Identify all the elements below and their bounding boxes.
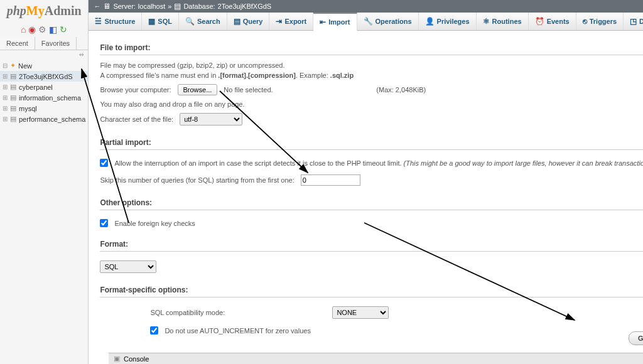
tab-export[interactable]: ⇥Export — [269, 13, 313, 30]
recent-tab[interactable]: Recent — [0, 37, 35, 50]
main-panel: ← 🖥 Server: localhost » ▤ Database: 2Toe… — [89, 0, 643, 364]
expand-icon: ⊞ — [3, 105, 8, 112]
no-autoinc-checkbox[interactable] — [150, 326, 158, 335]
format-select[interactable]: SQL — [100, 260, 156, 273]
export-icon: ⇥ — [276, 17, 282, 26]
tab-bar: ☱Structure ▦SQL 🔍Search ▤Query ⇥Export ⇤… — [89, 13, 643, 31]
enable-fk-checkbox[interactable] — [100, 219, 108, 227]
database-icon: ▤ — [10, 72, 16, 80]
expand-icon: ⊞ — [3, 83, 8, 90]
tree-db[interactable]: ⊞ ▤ mysql — [0, 103, 88, 114]
content-area: File to import: File may be compressed (… — [89, 31, 643, 364]
tree-db[interactable]: ⊞ ▤ cyberpanel — [0, 82, 88, 92]
database-icon: ▤ — [10, 83, 16, 91]
home-icon[interactable]: ⌂ — [21, 24, 26, 35]
triggers-icon: ⎋ — [583, 17, 587, 26]
browse-button[interactable]: Browse... — [178, 84, 218, 95]
expand-icon: ⊞ — [3, 94, 8, 101]
enable-fk-label: Enable foreign key checks — [114, 220, 195, 227]
section-partial-import: Partial import: — [100, 129, 643, 150]
expand-icon: ⊞ — [3, 115, 8, 122]
tab-events[interactable]: ⏰Events — [529, 13, 576, 30]
tab-designer[interactable]: ◳Designer — [624, 13, 643, 30]
structure-icon: ☱ — [95, 17, 102, 26]
query-icon: ▤ — [234, 17, 240, 26]
database-icon: ▤ — [10, 115, 16, 123]
settings-icon[interactable]: ⚙ — [38, 24, 46, 35]
allow-interrupt-checkbox[interactable] — [100, 159, 108, 167]
tab-triggers[interactable]: ⎋Triggers — [576, 13, 624, 30]
tab-structure[interactable]: ☱Structure — [89, 13, 142, 30]
tab-routines[interactable]: ⚛Routines — [477, 13, 529, 30]
compress-note: File may be compressed (gzip, bzip2, zip… — [100, 60, 643, 70]
collapse-icon[interactable]: ⇔ — [0, 50, 88, 59]
browse-label: Browse your computer: — [100, 86, 171, 94]
console-bar[interactable]: ▣ Console — [109, 353, 643, 364]
sidebar: phpMyAdmin ⌂ ◉ ⚙ ◧ ↻ Recent Favorites ⇔ … — [0, 0, 89, 364]
tree-db[interactable]: ⊞ ▤ performance_schema — [0, 114, 88, 124]
new-db[interactable]: ⊟ ✦ New — [0, 60, 88, 71]
database-icon: ▤ — [10, 104, 16, 112]
skip-queries-input[interactable] — [301, 174, 360, 186]
privileges-icon: 👤 — [425, 17, 435, 26]
expand-icon: ⊞ — [3, 73, 8, 80]
tab-search[interactable]: 🔍Search — [179, 13, 227, 30]
import-icon: ⇤ — [320, 18, 326, 26]
logout-icon[interactable]: ◉ — [28, 24, 36, 35]
database-icon: ▤ — [10, 94, 16, 102]
tree-db-selected[interactable]: ⊞ ▤ 2Toe3ujKBfXGdS — [0, 71, 88, 82]
section-file-to-import: File to import: — [100, 35, 643, 55]
expand-icon: ⊟ — [3, 62, 8, 69]
docs-icon[interactable]: ◧ — [49, 24, 57, 35]
compat-select[interactable]: NONE — [332, 306, 389, 319]
tab-import[interactable]: ⇤Import — [313, 13, 357, 31]
reload-icon[interactable]: ↻ — [60, 24, 67, 35]
tab-privileges[interactable]: 👤Privileges — [419, 13, 477, 30]
charset-label: Character set of the file: — [100, 115, 173, 123]
operations-icon: 🔧 — [364, 17, 373, 26]
search-icon: 🔍 — [185, 17, 195, 26]
no-file-label: No file selected. — [224, 86, 273, 94]
section-format: Format: — [100, 231, 643, 252]
sql-icon: ▦ — [148, 17, 155, 26]
skip-queries-label: Skip this number of queries (for SQL) st… — [100, 176, 294, 184]
logo: phpMyAdmin — [0, 0, 88, 22]
tab-query[interactable]: ▤Query — [227, 13, 270, 30]
events-icon: ⏰ — [535, 17, 544, 26]
server-icon: 🖥 — [103, 2, 111, 11]
tab-sql[interactable]: ▦SQL — [142, 13, 179, 30]
favorites-tab[interactable]: Favorites — [35, 37, 77, 50]
breadcrumb: ← 🖥 Server: localhost » ▤ Database: 2Toe… — [89, 0, 643, 13]
tab-operations[interactable]: 🔧Operations — [357, 13, 419, 30]
database-icon: ▤ — [174, 2, 181, 11]
charset-select[interactable]: utf-8 — [180, 113, 242, 126]
db-tree: ⊟ ✦ New ⊞ ▤ 2Toe3ujKBfXGdS ⊞ ▤ cyberpane… — [0, 59, 88, 126]
new-icon: ✦ — [10, 62, 16, 70]
no-autoinc-label: Do not use AUTO_INCREMENT for zero value… — [165, 327, 311, 335]
designer-icon: ◳ — [630, 17, 637, 26]
drag-note: You may also drag and drop a file on any… — [100, 99, 643, 109]
back-icon[interactable]: ← — [94, 3, 100, 10]
compat-label: SQL compatibility mode: — [150, 309, 326, 316]
tree-db[interactable]: ⊞ ▤ information_schema — [0, 92, 88, 103]
routines-icon: ⚛ — [483, 17, 490, 26]
console-toggle-icon[interactable]: ▣ — [114, 355, 120, 363]
max-size-label: (Max: 2,048KiB) — [376, 86, 426, 94]
go-button[interactable]: Go — [629, 331, 643, 345]
section-other-options: Other options: — [100, 190, 643, 210]
filename-note: A compressed file's name must end in .[f… — [100, 70, 643, 80]
section-format-specific: Format-specific options: — [100, 277, 643, 297]
